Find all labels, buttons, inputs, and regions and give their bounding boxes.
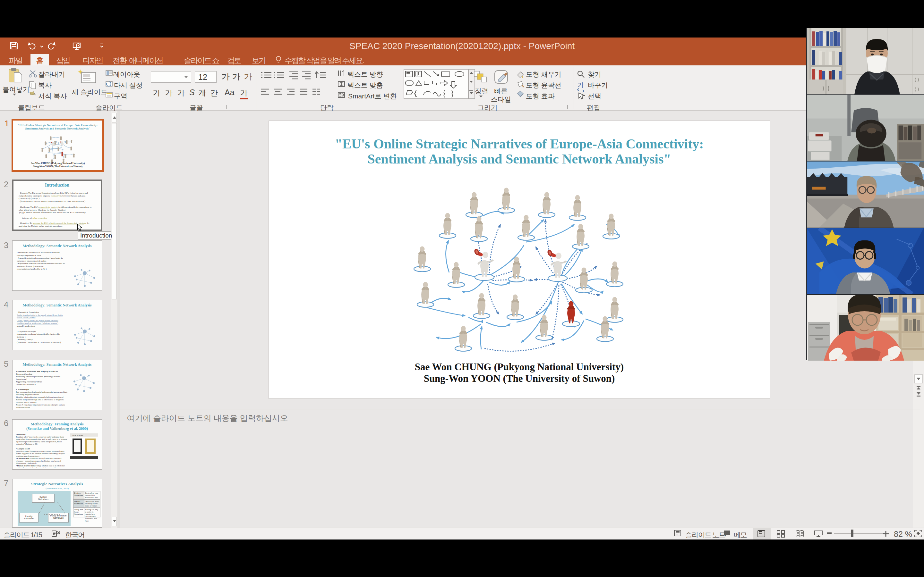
svg-text:Slide Frames: Slide Frames bbox=[72, 434, 83, 436]
svg-text:가: 가 bbox=[577, 81, 584, 89]
